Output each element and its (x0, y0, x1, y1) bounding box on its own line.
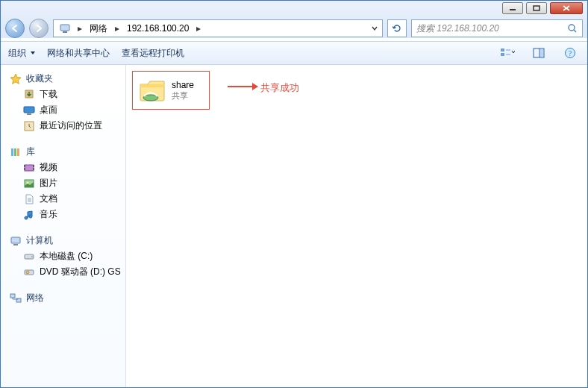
sidebar-group-computer: 计算机 本地磁盘 (C:) DVD 驱动器 (D:) GS (1, 233, 125, 280)
sidebar-group-favorites: 收藏夹 下载 桌面 最近访问的位置 (1, 71, 125, 134)
svg-point-6 (569, 25, 575, 31)
svg-rect-1 (534, 6, 539, 10)
maximize-icon (533, 5, 540, 11)
music-icon (23, 209, 35, 221)
svg-rect-21 (14, 148, 16, 156)
sidebar-head-favorites[interactable]: 收藏夹 (1, 71, 125, 87)
sidebar-group-libraries: 库 视频 图片 文档 音乐 (1, 144, 125, 222)
sidebar-item-desktop[interactable]: 桌面 (1, 102, 125, 118)
search-box[interactable]: 搜索 192.168.100.20 (411, 19, 583, 37)
desktop-icon (23, 104, 35, 116)
shared-folder-icon (137, 75, 167, 105)
folder-name: share (172, 80, 194, 90)
view-options-button[interactable] (498, 45, 517, 61)
sidebar-item-pictures[interactable]: 图片 (1, 175, 125, 191)
titlebar (1, 1, 587, 16)
drive-icon (23, 251, 35, 263)
close-icon (562, 4, 571, 12)
chevron-down-icon (31, 51, 35, 54)
forward-button[interactable] (29, 19, 49, 38)
svg-rect-26 (11, 237, 20, 243)
svg-rect-14 (540, 49, 543, 57)
network-location-icon (58, 22, 72, 35)
sidebar-item-videos[interactable]: 视频 (1, 160, 125, 175)
svg-line-7 (574, 30, 576, 32)
computer-icon (10, 235, 22, 247)
svg-rect-9 (501, 53, 504, 56)
preview-pane-button[interactable] (529, 45, 548, 61)
view-icon (500, 48, 515, 58)
sidebar-item-music[interactable]: 音乐 (1, 207, 125, 222)
refresh-icon (392, 23, 402, 34)
toolbar: 组织 网络和共享中心 查看远程打印机 ? (1, 41, 587, 65)
svg-rect-17 (24, 107, 34, 113)
svg-point-29 (31, 256, 33, 257)
breadcrumb-chevron[interactable]: ▸ (112, 20, 122, 37)
svg-rect-32 (10, 294, 15, 298)
recent-icon (23, 120, 35, 132)
minimize-icon (509, 5, 516, 11)
sidebar-head-computer[interactable]: 计算机 (1, 233, 125, 248)
annotation-arrow (228, 86, 257, 87)
svg-text:?: ? (569, 49, 572, 57)
toolbar-remote-printers[interactable]: 查看远程打印机 (122, 47, 184, 60)
breadcrumb-chevron[interactable]: ▸ (193, 20, 204, 37)
breadcrumb-chevron[interactable]: ▸ (75, 20, 85, 37)
star-icon (10, 73, 22, 85)
svg-rect-22 (17, 148, 19, 156)
minimize-button[interactable] (502, 2, 523, 14)
library-icon (10, 146, 22, 158)
video-icon (23, 162, 35, 174)
shared-folder-item[interactable]: share 共享 (132, 71, 210, 110)
body: 收藏夹 下载 桌面 最近访问的位置 库 (1, 65, 587, 387)
document-icon (23, 193, 35, 205)
network-icon (10, 292, 22, 304)
preview-pane-icon (533, 48, 545, 58)
download-icon (23, 89, 35, 101)
chevron-down-icon (372, 25, 378, 31)
sidebar-item-downloads[interactable]: 下载 (1, 87, 125, 102)
refresh-button[interactable] (387, 19, 407, 37)
folder-subtitle: 共享 (172, 90, 194, 101)
help-button[interactable]: ? (560, 45, 580, 61)
svg-rect-4 (60, 25, 69, 31)
svg-point-31 (26, 271, 29, 274)
close-button[interactable] (550, 2, 583, 14)
sidebar-item-recent[interactable]: 最近访问的位置 (1, 118, 125, 134)
svg-rect-20 (11, 148, 13, 156)
annotation-text: 共享成功 (260, 81, 299, 95)
toolbar-organize[interactable]: 组织 (8, 47, 35, 60)
svg-rect-27 (13, 244, 18, 245)
svg-rect-23 (25, 165, 34, 171)
svg-rect-8 (501, 48, 504, 51)
sidebar-item-documents[interactable]: 文档 (1, 191, 125, 207)
sidebar-head-network[interactable]: 网络 (1, 290, 125, 306)
sidebar-item-drive-c[interactable]: 本地磁盘 (C:) (1, 248, 125, 264)
explorer-window: ▸ 网络 ▸ 192.168.100.20 ▸ 搜索 192.168.100.2… (0, 0, 588, 388)
svg-rect-18 (27, 113, 31, 115)
breadcrumb-seg-ip[interactable]: 192.168.100.20 (122, 20, 193, 37)
toolbar-network-center[interactable]: 网络和共享中心 (47, 47, 110, 60)
sidebar-item-drive-dvd[interactable]: DVD 驱动器 (D:) GS (1, 264, 125, 280)
breadcrumb-seg-network[interactable]: 网络 (85, 20, 112, 37)
content-pane[interactable]: share 共享 共享成功 (126, 65, 587, 387)
arrow-right-icon (34, 24, 43, 33)
help-icon: ? (564, 47, 576, 59)
maximize-button[interactable] (526, 2, 547, 14)
sidebar-group-network: 网络 (1, 290, 125, 306)
picture-icon (23, 178, 35, 190)
svg-rect-5 (63, 31, 67, 33)
address-dropdown[interactable] (367, 20, 381, 37)
search-icon (567, 23, 578, 34)
back-button[interactable] (5, 19, 25, 38)
navbar: ▸ 网络 ▸ 192.168.100.20 ▸ 搜索 192.168.100.2… (1, 16, 587, 41)
arrow-left-icon (10, 24, 19, 33)
sidebar: 收藏夹 下载 桌面 最近访问的位置 库 (1, 65, 126, 387)
dvd-icon (23, 266, 35, 278)
address-bar[interactable]: ▸ 网络 ▸ 192.168.100.20 ▸ (53, 19, 383, 37)
sidebar-head-libraries[interactable]: 库 (1, 144, 125, 160)
search-placeholder: 搜索 192.168.100.20 (416, 22, 499, 35)
